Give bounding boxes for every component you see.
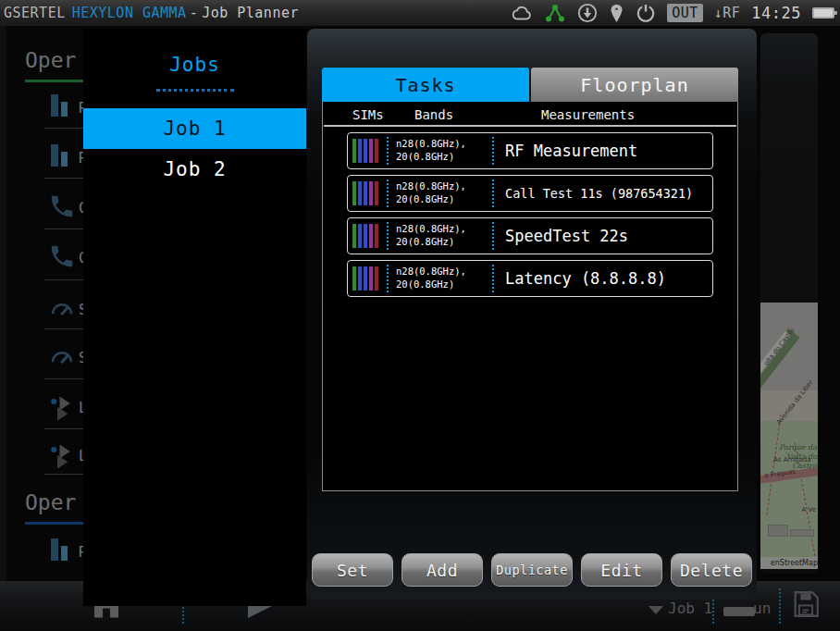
band-cell: n28(0.8GHz), 20(0.8GHz) xyxy=(392,223,488,248)
band-cell: n28(0.8GHz), 20(0.8GHz) xyxy=(392,266,488,291)
sim-bars-icon xyxy=(352,181,378,205)
statusbar-indicators: OUT ↓RF 14:25 xyxy=(511,3,840,23)
job-label: Job 1 xyxy=(163,118,226,140)
table-header: SIMs Bands Measurements xyxy=(323,102,737,127)
status-bar: GSERTEL HEXYLON GAMMA - Job Planner OUT … xyxy=(0,0,840,26)
measurement-cell: RF Measurement xyxy=(498,142,637,160)
add-button[interactable]: Add xyxy=(401,553,483,587)
band-line: n28(0.8GHz), xyxy=(396,180,488,193)
cell-separator xyxy=(387,265,389,292)
tab-label: Tasks xyxy=(395,74,455,96)
band-line: n28(0.8GHz), xyxy=(396,138,488,151)
task-list: n28(0.8GHz), 20(0.8GHz) RF Measurement n… xyxy=(323,127,737,297)
download-circle-icon xyxy=(577,3,598,23)
measurement-cell: Latency (8.8.8.8) xyxy=(498,269,666,288)
column-header-sims: SIMs xyxy=(352,107,384,122)
jobs-list: Job 1 Job 2 xyxy=(83,108,306,190)
band-cell: n28(0.8GHz), 20(0.8GHz) xyxy=(392,180,488,205)
cell-separator xyxy=(387,222,389,250)
task-row[interactable]: n28(0.8GHz), 20(0.8GHz) RF Measurement xyxy=(347,132,713,169)
job-list-item[interactable]: Job 1 xyxy=(83,108,306,149)
task-row[interactable]: n28(0.8GHz), 20(0.8GHz) Call Test 11s (9… xyxy=(347,175,713,212)
band-line: 20(0.8GHz) xyxy=(396,236,488,249)
job-list-item[interactable]: Job 2 xyxy=(83,149,306,190)
band-line: 20(0.8GHz) xyxy=(396,278,488,291)
tasks-panel: SIMs Bands Measurements n28(0.8GHz), 20(… xyxy=(322,102,738,491)
sim-bars-icon xyxy=(352,224,378,248)
cell-separator xyxy=(387,179,389,207)
tab-label: Floorplan xyxy=(580,74,688,96)
job-label: Job 2 xyxy=(163,158,226,180)
jobs-popup: Jobs Job 1 Job 2 xyxy=(83,29,306,606)
jobs-popup-title: Jobs xyxy=(83,54,306,76)
band-line: 20(0.8GHz) xyxy=(396,193,488,206)
model-label: HEXYLON GAMMA xyxy=(72,5,187,21)
duplicate-button[interactable]: Duplicate xyxy=(491,553,573,587)
cell-separator xyxy=(492,265,494,292)
clock: 14:25 xyxy=(751,4,801,22)
measurement-cell: Call Test 11s (987654321) xyxy=(498,186,693,201)
band-line: n28(0.8GHz), xyxy=(396,266,488,278)
tab-floorplan[interactable]: Floorplan xyxy=(531,68,738,102)
cloud-icon xyxy=(511,5,533,21)
network-nodes-icon xyxy=(544,3,566,23)
band-line: 20(0.8GHz) xyxy=(396,151,488,164)
task-row[interactable]: n28(0.8GHz), 20(0.8GHz) SpeedTest 22s xyxy=(347,217,713,254)
brand-label: GSERTEL xyxy=(4,5,66,21)
screen: GSERTEL HEXYLON GAMMA - Job Planner OUT … xyxy=(0,0,840,631)
out-badge: OUT xyxy=(667,4,703,22)
column-header-measurements: Measurements xyxy=(541,107,635,122)
delete-button[interactable]: Delete xyxy=(671,553,752,587)
location-pin-icon xyxy=(609,4,624,23)
battery-icon xyxy=(812,7,834,19)
tab-bar: Tasks Floorplan xyxy=(322,68,738,102)
title-separator: - xyxy=(190,5,199,21)
cell-separator xyxy=(492,137,494,165)
edit-button[interactable]: Edit xyxy=(581,553,662,587)
sim-bars-icon xyxy=(352,266,378,291)
rf-indicator: ↓RF xyxy=(714,5,741,21)
cell-separator xyxy=(492,179,494,207)
sim-bars-icon xyxy=(352,139,378,163)
dialog-button-bar: Set Add Duplicate Edit Delete xyxy=(307,553,757,587)
measurement-cell: SpeedTest 22s xyxy=(498,227,628,245)
statusbar-title-group: GSERTEL HEXYLON GAMMA - Job Planner xyxy=(0,5,299,21)
jobs-title-underline xyxy=(156,89,234,92)
header-underline xyxy=(324,125,736,127)
band-line: n28(0.8GHz), xyxy=(396,223,488,236)
power-icon xyxy=(636,3,656,23)
band-cell: n28(0.8GHz), 20(0.8GHz) xyxy=(392,138,488,163)
page-title: Job Planner xyxy=(202,5,299,21)
job-planner-dialog: Tasks Floorplan SIMs Bands Measurements … xyxy=(307,29,757,600)
cell-separator xyxy=(492,222,494,250)
tab-tasks[interactable]: Tasks xyxy=(322,68,529,102)
set-button[interactable]: Set xyxy=(312,553,393,587)
cell-separator xyxy=(387,137,389,165)
task-row[interactable]: n28(0.8GHz), 20(0.8GHz) Latency (8.8.8.8… xyxy=(347,260,713,297)
column-header-bands: Bands xyxy=(414,107,453,122)
